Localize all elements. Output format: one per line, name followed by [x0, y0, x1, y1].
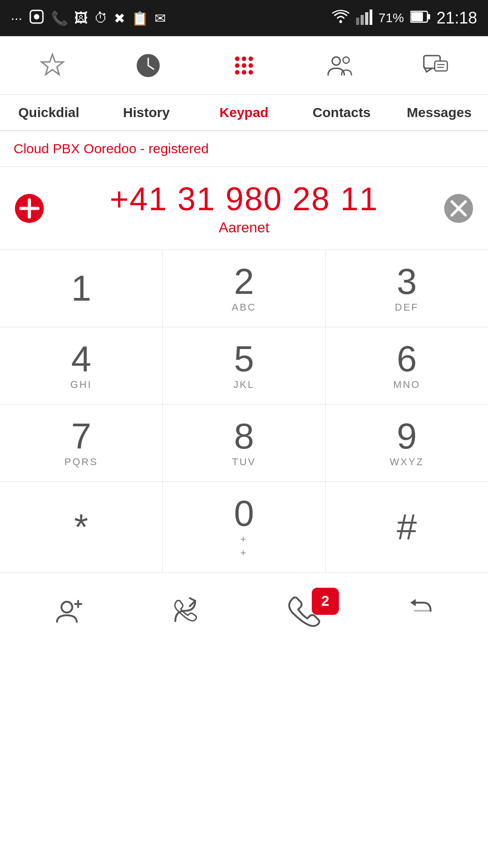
call-center: 2: [244, 592, 361, 630]
key-digit: 2: [234, 264, 254, 300]
transfer-call-button[interactable]: [127, 596, 244, 626]
keypad-key-#[interactable]: #: [326, 482, 488, 572]
nav-icon-messages[interactable]: [388, 52, 483, 79]
key-letters: MNO: [393, 379, 420, 391]
key-digit: 7: [71, 418, 91, 454]
svg-rect-5: [365, 12, 368, 25]
back-button[interactable]: [361, 596, 479, 626]
key-digit: *: [74, 509, 88, 545]
key-digit: 9: [397, 418, 417, 454]
keypad-key-*[interactable]: *: [0, 482, 163, 572]
svg-point-1: [34, 14, 39, 19]
tab-messages[interactable]: Messages: [390, 98, 488, 127]
keypad-key-6[interactable]: 6MNO: [326, 327, 488, 404]
tab-quickdial[interactable]: Quickdial: [0, 98, 98, 127]
call-badge: 2: [312, 588, 339, 615]
keypad-key-0[interactable]: 0++: [163, 482, 325, 572]
phone-number: +41 31 980 28 11: [45, 180, 443, 217]
key-plus: +: [240, 547, 248, 559]
key-letters: WXYZ: [390, 456, 424, 468]
key-letters: TUV: [232, 456, 256, 468]
phone-display: +41 31 980 28 11 Aarenet: [0, 167, 488, 250]
keypad-key-9[interactable]: 9WXYZ: [326, 405, 488, 481]
svg-rect-6: [370, 9, 372, 25]
tab-label-bar: Quickdial History Keypad Contacts Messag…: [0, 95, 488, 131]
keypad-key-5[interactable]: 5JKL: [163, 327, 325, 404]
nav-icon-contacts[interactable]: [292, 52, 388, 79]
key-letters: ABC: [232, 302, 256, 313]
svg-point-17: [235, 63, 239, 68]
gallery-icon: 🖼: [74, 10, 88, 26]
key-letters: DEF: [395, 302, 419, 313]
svg-point-16: [249, 57, 253, 61]
key-digit: 5: [234, 341, 254, 377]
battery-percent: 71%: [379, 11, 404, 25]
key-digit: 6: [397, 341, 417, 377]
key-letters: +: [240, 533, 248, 545]
battery-icon: [410, 10, 430, 27]
nav-icon-history[interactable]: [100, 52, 196, 79]
wifi-icon: [332, 9, 350, 28]
registration-status: Cloud PBX Ooredoo - registered: [0, 131, 488, 167]
keypad-row-3: *0++#: [0, 481, 488, 572]
tab-keypad[interactable]: Keypad: [195, 98, 293, 127]
bottom-bar: 2: [0, 572, 488, 649]
keypad-key-7[interactable]: 7PQRS: [0, 405, 163, 481]
key-digit: 8: [234, 418, 254, 454]
status-bar: ··· 📞 🖼 ⏱ ✖ 📋 ✉: [0, 0, 488, 36]
registration-status-text: Cloud PBX Ooredoo - registered: [14, 141, 209, 156]
key-digit: 4: [71, 341, 91, 377]
svg-rect-26: [435, 61, 447, 71]
nav-icon-quickdial[interactable]: [5, 52, 100, 79]
keypad-row-1: 4GHI5JKL6MNO: [0, 327, 488, 404]
keypad-row-0: 12ABC3DEF: [0, 250, 488, 327]
signal-icon: [356, 9, 372, 28]
svg-point-23: [332, 57, 340, 65]
clock-icon: ⏱: [94, 10, 108, 26]
keypad-key-4[interactable]: 4GHI: [0, 327, 163, 404]
svg-point-14: [235, 57, 239, 61]
svg-rect-3: [356, 18, 359, 25]
svg-rect-4: [361, 15, 364, 25]
tablet-icon: 📋: [131, 10, 148, 26]
svg-point-18: [242, 63, 246, 68]
phone-icon: 📞: [51, 10, 68, 26]
svg-rect-9: [428, 14, 430, 19]
menu-icon: ···: [11, 10, 22, 26]
svg-point-35: [61, 602, 72, 613]
key-digit: #: [397, 509, 417, 545]
svg-point-20: [235, 70, 239, 75]
key-letters: GHI: [70, 379, 92, 391]
add-contact-bottom-button[interactable]: [9, 596, 127, 626]
svg-marker-10: [42, 54, 63, 75]
clear-button[interactable]: [443, 193, 474, 224]
svg-point-22: [249, 70, 253, 75]
missed-call-icon: ✖: [114, 10, 125, 26]
svg-point-24: [343, 57, 349, 63]
keypad: 12ABC3DEF4GHI5JKL6MNO7PQRS8TUV9WXYZ*0++#: [0, 250, 488, 572]
key-letters: PQRS: [64, 456, 98, 468]
phone-number-block: +41 31 980 28 11 Aarenet: [45, 180, 443, 236]
phone-contact-name: Aarenet: [45, 219, 443, 236]
pushbullet-icon: [28, 9, 45, 28]
keypad-key-1[interactable]: 1: [0, 250, 163, 327]
keypad-row-2: 7PQRS8TUV9WXYZ: [0, 404, 488, 481]
nav-icon-bar: [0, 36, 488, 95]
key-letters: JKL: [234, 379, 255, 391]
keypad-key-2[interactable]: 2ABC: [163, 250, 325, 327]
email-icon: ✉: [155, 10, 166, 26]
svg-rect-8: [411, 12, 423, 21]
keypad-key-8[interactable]: 8TUV: [163, 405, 325, 481]
tab-history[interactable]: History: [98, 98, 195, 127]
add-contact-button[interactable]: [14, 193, 45, 224]
status-time: 21:18: [436, 9, 477, 28]
status-bar-right: 71% 21:18: [332, 9, 477, 28]
svg-point-15: [242, 57, 246, 61]
key-digit: 0: [234, 495, 254, 532]
svg-point-21: [242, 70, 246, 75]
svg-point-2: [339, 20, 342, 23]
keypad-key-3[interactable]: 3DEF: [326, 250, 488, 327]
nav-icon-keypad[interactable]: [196, 52, 292, 79]
tab-contacts[interactable]: Contacts: [293, 98, 390, 127]
svg-point-19: [249, 63, 253, 68]
